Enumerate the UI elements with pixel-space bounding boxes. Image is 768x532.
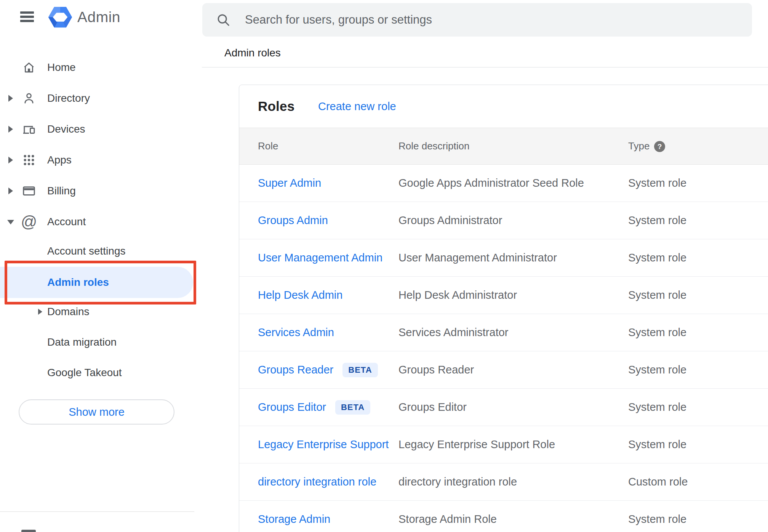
- person-icon: [21, 91, 37, 106]
- sidebar-item-data-migration[interactable]: Data migration: [0, 327, 202, 357]
- sidebar-divider: [0, 511, 194, 512]
- table-row: Storage Admin Storage Admin Role System …: [239, 501, 768, 532]
- breadcrumb: Admin roles: [224, 45, 281, 61]
- role-description: Google Apps Administrator Seed Role: [398, 165, 584, 202]
- help-icon[interactable]: ?: [654, 141, 665, 152]
- sidebar-item-label: Google Takeout: [47, 367, 122, 379]
- table-row: directory integration role directory int…: [239, 463, 768, 501]
- role-type: System role: [628, 239, 686, 276]
- role-link[interactable]: Help Desk Admin: [258, 289, 342, 301]
- role-type: System role: [628, 426, 686, 463]
- sidebar-item-label: Admin roles: [47, 276, 109, 288]
- expand-arrow-icon[interactable]: [8, 157, 13, 163]
- role-link[interactable]: Super Admin: [258, 177, 321, 189]
- table-row: Legacy Enterprise Support Legacy Enterpr…: [239, 426, 768, 463]
- table-row: Groups Editor BETA Groups Editor System …: [239, 389, 768, 426]
- table-header-row: Role Role description Type ?: [239, 128, 768, 165]
- table-row: Groups Reader BETA Groups Reader System …: [239, 351, 768, 389]
- role-description: Storage Admin Role: [398, 501, 497, 532]
- role-link[interactable]: Services Admin: [258, 326, 334, 339]
- sidebar-item-devices[interactable]: Devices: [0, 114, 202, 144]
- sidebar-item-billing[interactable]: Billing: [0, 176, 202, 206]
- search-bar[interactable]: [202, 3, 752, 37]
- sidebar-item-google-takeout[interactable]: Google Takeout: [0, 357, 202, 388]
- role-description: Groups Editor: [398, 389, 467, 426]
- column-header-type: Type: [628, 128, 650, 164]
- role-link[interactable]: User Management Admin: [258, 252, 382, 264]
- sidebar-item-directory[interactable]: Directory: [0, 83, 202, 114]
- role-link[interactable]: Groups Editor: [258, 401, 326, 413]
- admin-logo[interactable]: Admin: [48, 6, 120, 28]
- table-row: Super Admin Google Apps Administrator Se…: [239, 165, 768, 202]
- sidebar-item-home[interactable]: Home: [0, 52, 202, 83]
- expand-arrow-icon[interactable]: [38, 309, 42, 315]
- table-row: Groups Admin Groups Administrator System…: [239, 202, 768, 239]
- sidebar-item-label: Billing: [47, 185, 76, 197]
- role-type: System role: [628, 202, 686, 239]
- role-type: System role: [628, 277, 686, 314]
- credit-card-icon: [21, 183, 37, 199]
- role-description: Help Desk Administrator: [398, 277, 517, 314]
- sidebar-item-apps[interactable]: Apps: [0, 145, 202, 175]
- role-type: Custom role: [628, 463, 688, 500]
- search-input[interactable]: [245, 3, 740, 37]
- collapse-arrow-icon[interactable]: [7, 220, 14, 224]
- sidebar-item-label: Devices: [47, 123, 85, 135]
- home-icon: [21, 60, 37, 75]
- roles-panel: Roles Create new role Role Role descript…: [239, 85, 768, 532]
- admin-console-screen: Admin Home Directory Devices: [0, 0, 768, 532]
- column-header-role: Role: [258, 128, 278, 164]
- search-icon: [216, 13, 230, 27]
- role-type: System role: [628, 314, 686, 351]
- role-type: System role: [628, 351, 686, 388]
- expand-arrow-icon[interactable]: [8, 95, 13, 102]
- role-description: Legacy Enterprise Support Role: [398, 426, 555, 463]
- create-new-role-link[interactable]: Create new role: [318, 85, 396, 128]
- sidebar-item-account[interactable]: @ Account: [0, 207, 202, 237]
- role-description: directory integration role: [398, 463, 517, 500]
- role-link[interactable]: Legacy Enterprise Support: [258, 438, 389, 451]
- admin-hexagon-logo-icon: [48, 6, 72, 28]
- table-row: Services Admin Services Administrator Sy…: [239, 314, 768, 351]
- role-type: System role: [628, 165, 686, 202]
- sidebar-item-label: Account settings: [47, 245, 125, 257]
- role-description: Groups Reader: [398, 351, 474, 388]
- show-more-button[interactable]: Show more: [19, 399, 174, 425]
- expand-arrow-icon[interactable]: [8, 187, 13, 194]
- beta-badge: BETA: [342, 363, 378, 377]
- sidebar-item-admin-roles[interactable]: Admin roles: [0, 267, 202, 298]
- table-row: Help Desk Admin Help Desk Administrator …: [239, 277, 768, 314]
- apps-grid-icon: [21, 152, 37, 168]
- role-link[interactable]: Storage Admin: [258, 513, 330, 526]
- role-type: System role: [628, 389, 686, 426]
- sidebar-item-label: Account: [47, 216, 86, 228]
- roles-panel-header: Roles Create new role: [239, 85, 768, 128]
- sidebar-item-label: Home: [47, 61, 76, 74]
- beta-badge: BETA: [335, 400, 370, 415]
- role-link[interactable]: Groups Admin: [258, 214, 328, 227]
- table-row: User Management Admin User Management Ad…: [239, 239, 768, 277]
- role-description: Services Administrator: [398, 314, 509, 351]
- role-link[interactable]: Groups Reader: [258, 364, 333, 376]
- at-sign-icon: @: [21, 214, 37, 229]
- sidebar-item-label: Apps: [47, 154, 72, 166]
- role-link[interactable]: directory integration role: [258, 476, 376, 488]
- expand-arrow-icon[interactable]: [8, 126, 13, 133]
- devices-icon: [21, 122, 37, 137]
- sidebar-item-account-settings[interactable]: Account settings: [0, 236, 202, 266]
- sidebar-item-label: Directory: [47, 92, 90, 104]
- panel-title: Roles: [258, 85, 294, 128]
- sidebar: Admin Home Directory Devices: [0, 0, 202, 532]
- column-header-description: Role description: [398, 128, 469, 164]
- sidebar-item-domains[interactable]: Domains: [0, 296, 202, 327]
- header-divider: [202, 67, 768, 67]
- clipped-bottom-icon: [21, 530, 36, 532]
- app-title: Admin: [77, 9, 120, 26]
- menu-icon[interactable]: [20, 11, 34, 24]
- role-type: System role: [628, 501, 686, 532]
- role-description: User Management Administrator: [398, 239, 557, 276]
- roles-table-body: Super Admin Google Apps Administrator Se…: [239, 165, 768, 532]
- sidebar-item-label: Data migration: [47, 336, 117, 348]
- role-description: Groups Administrator: [398, 202, 502, 239]
- sidebar-item-label: Domains: [47, 306, 89, 318]
